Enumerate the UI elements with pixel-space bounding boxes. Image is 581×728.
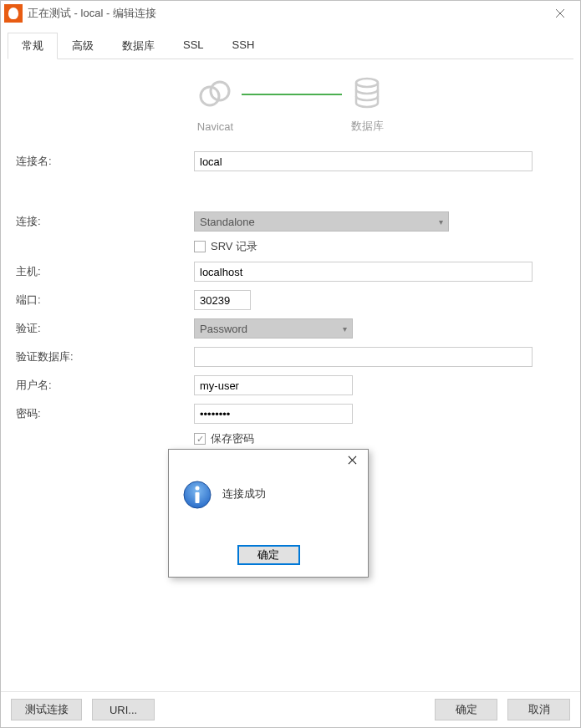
tab-advanced[interactable]: 高级 [58,33,108,59]
navicat-icon [198,78,232,114]
diagram-database: 数据库 [350,76,384,134]
dialog-footer: 确定 [169,545,368,577]
save-password-row: ✓ 保存密码 [194,431,567,446]
close-icon [348,456,357,465]
diagram-navicat-label: Navicat [197,120,233,133]
dialog-body: 连接成功 [169,470,368,545]
info-icon [182,480,212,512]
titlebar: 正在测试 - local - 编辑连接 [1,1,580,26]
close-icon [555,8,565,18]
username-label: 用户名: [14,378,194,393]
port-input[interactable] [194,290,251,310]
connection-type-value: Standalone [200,216,255,228]
app-icon [4,4,23,23]
main-window: 正在测试 - local - 编辑连接 常规 高级 数据库 SSL SSH Na… [0,0,581,728]
save-password-checkbox[interactable]: ✓ [194,433,206,445]
username-input[interactable] [194,375,353,395]
tab-ssl[interactable]: SSL [169,33,218,59]
password-label: 密码: [14,406,194,421]
connection-type-select[interactable]: Standalone ▾ [194,211,449,232]
srv-checkbox-label: SRV 记录 [211,239,257,254]
connection-name-input[interactable] [194,151,533,171]
diagram-connector [242,94,342,95]
diagram-database-label: 数据库 [351,119,384,134]
connection-name-label: 连接名: [14,154,194,169]
window-title: 正在测试 - local - 编辑连接 [28,6,543,21]
connection-diagram: Navicat 数据库 [14,76,567,134]
window-close-button[interactable] [543,1,577,26]
tabs: 常规 高级 数据库 SSL SSH [8,33,573,59]
port-label: 端口: [14,293,194,308]
dialog-titlebar [169,450,368,470]
auth-select[interactable]: Password ▾ [194,318,353,339]
svg-point-4 [196,486,200,491]
tab-database[interactable]: 数据库 [108,33,169,59]
tab-ssh[interactable]: SSH [218,33,269,59]
dialog-message: 连接成功 [222,480,266,501]
chevron-down-icon: ▾ [439,217,443,227]
test-connection-button[interactable]: 测试连接 [11,699,82,720]
cancel-button[interactable]: 取消 [507,699,570,720]
dialog-close-button[interactable] [339,451,364,469]
srv-checkbox[interactable] [194,241,206,252]
password-input[interactable] [194,404,353,424]
svg-rect-5 [196,492,200,503]
connection-type-label: 连接: [14,214,194,229]
form: 连接名: 连接: Standalone ▾ SRV 记录 主机: 端口 [14,150,567,446]
authdb-input[interactable] [194,347,533,367]
srv-checkbox-row: SRV 记录 [194,239,567,254]
chevron-down-icon: ▾ [343,324,347,333]
message-dialog: 连接成功 确定 [168,449,369,578]
diagram-navicat: Navicat [197,78,233,133]
save-password-label: 保存密码 [211,431,254,446]
host-input[interactable] [194,262,533,282]
uri-button[interactable]: URI... [92,699,155,720]
dialog-ok-button[interactable]: 确定 [237,545,300,565]
authdb-label: 验证数据库: [14,349,194,364]
database-icon [350,76,384,112]
tab-general[interactable]: 常规 [8,33,58,59]
ok-button[interactable]: 确定 [435,699,497,720]
svg-point-2 [356,79,378,87]
footer: 测试连接 URI... 确定 取消 [1,691,580,727]
auth-value: Password [200,323,247,335]
content: Navicat 数据库 连接名: 连接: Standalone ▾ [1,59,580,691]
host-label: 主机: [14,264,194,279]
auth-label: 验证: [14,321,194,336]
